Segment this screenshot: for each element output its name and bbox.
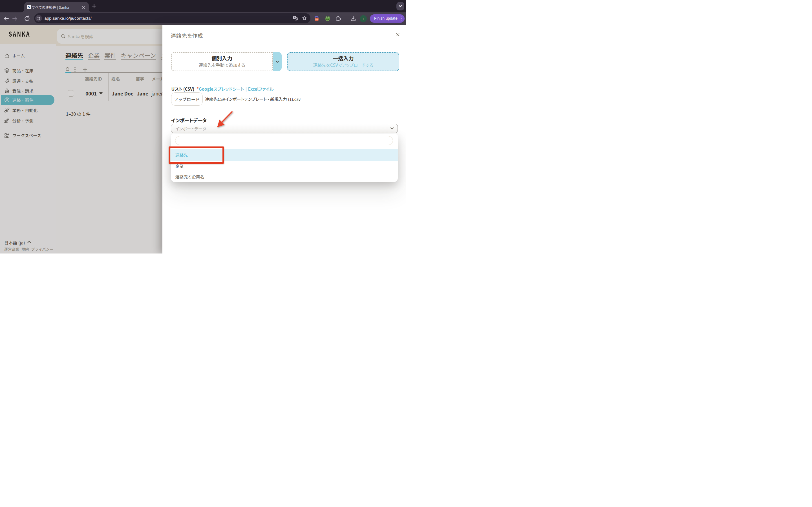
browser-chrome: S すべての連絡先 | Sanka app.sanka.io/ja/contac… — [0, 0, 406, 25]
translate-icon[interactable] — [293, 16, 298, 20]
create-contact-drawer: 連絡先を作成 個別入力 連絡先を手動で追加する 一括入力 連絡先をCSVでアップ… — [162, 25, 406, 253]
downloads-icon[interactable] — [350, 16, 356, 21]
back-button[interactable] — [3, 15, 10, 22]
uploaded-filename: 連絡先CSVインポートテンプレート - 新規入力 (1).csv — [205, 93, 301, 106]
window-chevron-button[interactable] — [396, 2, 404, 10]
frog-extension-icon[interactable] — [325, 16, 331, 21]
link-separator: | — [246, 86, 247, 92]
toolbar-separator — [346, 16, 346, 21]
bulk-input-subtitle: 連絡先をCSVでアップロードする — [287, 62, 399, 68]
upload-button[interactable]: アップロード — [171, 93, 203, 106]
favicon: S — [27, 5, 31, 9]
individual-input-title: 個別入力 — [171, 55, 273, 62]
individual-input-card[interactable]: 個別入力 連絡先を手動で追加する — [171, 52, 273, 71]
browser-tab[interactable]: S すべての連絡先 | Sanka — [24, 2, 89, 12]
excel-file-link[interactable]: Excelファイル — [248, 86, 274, 92]
option-label: 連絡先と企業名 — [175, 171, 204, 182]
screen: S すべての連絡先 | Sanka app.sanka.io/ja/contac… — [0, 0, 406, 253]
new-tab-button[interactable] — [92, 4, 96, 8]
extension-notification-icon[interactable]: 9+ — [314, 16, 319, 21]
reload-button[interactable] — [24, 15, 31, 22]
tab-title: すべての連絡先 | Sanka — [32, 2, 69, 12]
chevron-down-icon — [399, 5, 402, 7]
url-text[interactable]: app.sanka.io/ja/contacts/ — [44, 13, 92, 23]
individual-input-expander[interactable] — [273, 52, 282, 71]
import-data-label: インポートデータ — [171, 117, 207, 124]
import-data-select[interactable]: インポートデータ — [171, 124, 398, 133]
tab-close-icon[interactable] — [82, 5, 86, 9]
chevron-down-icon — [390, 127, 394, 129]
dropdown-search-input[interactable] — [175, 136, 393, 145]
bookmark-star-icon[interactable] — [302, 16, 307, 20]
google-sheet-link[interactable]: Googleスプレッドシート — [199, 86, 244, 92]
page: Sankaを検索 SANKA ホーム 商品・在庫 調達・支払 — [0, 25, 406, 253]
import-select-placeholder: インポートデータ — [175, 124, 206, 133]
site-settings-icon[interactable] — [35, 15, 42, 22]
bulk-input-title: 一括入力 — [287, 55, 399, 62]
finish-update-label: Finish update — [374, 14, 398, 23]
annotation-rectangle — [168, 147, 224, 164]
drawer-title: 連絡先を作成 — [171, 32, 203, 39]
required-mark: * — [197, 86, 199, 92]
browser-toolbar: app.sanka.io/ja/contacts/ 9+ I Finish up… — [0, 12, 406, 25]
chevron-down-icon — [276, 61, 279, 63]
drawer-divider — [162, 46, 406, 46]
browser-menu-icon[interactable] — [401, 16, 402, 20]
option-contacts-and-companies[interactable]: 連絡先と企業名 — [171, 171, 398, 182]
tab-strip: S すべての連絡先 | Sanka — [0, 0, 406, 12]
annotation-arrow — [210, 105, 241, 135]
drawer-close-icon[interactable] — [396, 33, 400, 36]
csv-list-row: リスト (CSV)*Googleスプレッドシート|Excelファイル — [171, 86, 273, 92]
bulk-input-card[interactable]: 一括入力 連絡先をCSVでアップロードする — [287, 52, 399, 71]
forward-button[interactable] — [11, 15, 18, 22]
url-bar[interactable]: app.sanka.io/ja/contacts/ — [34, 13, 310, 23]
finish-update-button[interactable]: Finish update — [370, 14, 405, 23]
svg-text:9+: 9+ — [315, 18, 318, 20]
extensions-puzzle-icon[interactable] — [335, 16, 341, 21]
csv-label: リスト (CSV) — [171, 86, 194, 92]
profile-avatar[interactable]: I — [360, 15, 367, 22]
individual-input-subtitle: 連絡先を手動で追加する — [171, 62, 273, 68]
